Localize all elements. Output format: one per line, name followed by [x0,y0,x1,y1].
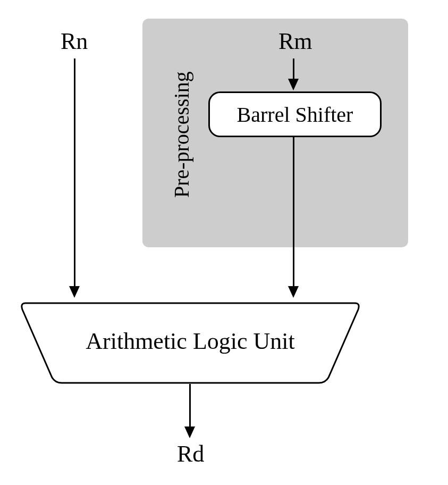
barrel-shifter-label: Barrel Shifter [237,102,353,127]
barrel-shifter-block: Barrel Shifter [208,91,382,137]
barrel-to-alu-arrow-line [293,136,294,287]
rm-to-barrel-arrow-line [293,58,294,80]
rn-label: Rn [61,28,88,55]
alu-to-rd-arrow-head [184,427,195,438]
preprocessing-label: Pre-processing [169,71,194,198]
rm-to-barrel-arrow-head [288,79,299,90]
barrel-to-alu-arrow-head [288,286,299,298]
rm-label: Rm [278,28,312,55]
rd-label: Rd [177,440,204,467]
alu-to-rd-arrow-line [189,384,191,428]
alu-label: Arithmetic Logic Unit [20,328,360,355]
alu-block: Arithmetic Logic Unit [20,298,360,388]
alu-barrel-shifter-diagram: Pre-processing Rn Rm Barrel Shifter Arit… [0,0,448,485]
rn-to-alu-arrow-head [69,286,80,298]
rn-to-alu-arrow-line [74,58,75,287]
